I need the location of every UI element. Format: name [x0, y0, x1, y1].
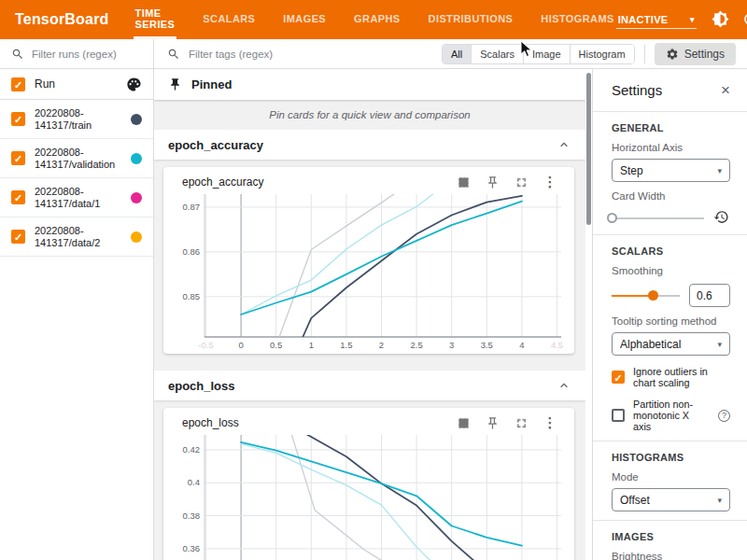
smoothing-value-input[interactable]	[689, 284, 730, 307]
tab-distributions[interactable]: DISTRIBUTIONS	[427, 0, 515, 39]
more-options-icon[interactable]: ⋮	[543, 415, 557, 430]
chevron-up-icon[interactable]	[557, 137, 571, 152]
fullscreen-icon[interactable]	[514, 415, 529, 430]
tab-images[interactable]: IMAGES	[281, 0, 328, 39]
section-title: epoch_loss	[168, 379, 235, 393]
section-title: epoch_accuracy	[168, 138, 263, 152]
chevron-down-icon: ▾	[690, 15, 695, 24]
ignore-outliers-checkbox[interactable]: ✓	[612, 371, 625, 384]
chevron-up-icon[interactable]	[557, 378, 571, 393]
partition-x-label: Partition non-monotonic X axis	[633, 399, 710, 432]
run-checkbox-data-1[interactable]: ✓	[11, 190, 25, 204]
divider	[593, 520, 747, 521]
divider	[593, 234, 747, 235]
histogram-mode-select[interactable]: Offset ▾	[612, 488, 730, 511]
reload-status-select[interactable]: INACTIVE ▾	[616, 11, 697, 29]
settings-button[interactable]: Settings	[655, 43, 736, 65]
section-epoch-loss[interactable]: epoch_loss	[154, 371, 585, 400]
slider-thumb[interactable]	[648, 290, 658, 301]
svg-text:0.36: 0.36	[183, 543, 201, 553]
reset-icon[interactable]	[713, 209, 730, 226]
tag-type-filter-group: All Scalars Image Histogram	[442, 44, 635, 64]
refresh-icon[interactable]	[741, 10, 747, 29]
svg-text:0.87: 0.87	[183, 202, 201, 212]
run-label: 20220808-141317/validation	[35, 147, 131, 171]
fit-to-data-icon[interactable]	[456, 175, 471, 189]
run-row-train: ✓ 20220808-141317/train	[0, 100, 153, 139]
app-header: TensorBoard TIME SERIES SCALARS IMAGES G…	[0, 0, 747, 39]
tensorboard-app: TensorBoard TIME SERIES SCALARS IMAGES G…	[0, 0, 747, 560]
pinned-empty-hint: Pin cards for a quick view and compariso…	[154, 100, 585, 130]
search-icon	[11, 48, 24, 61]
card-width-slider[interactable]	[612, 212, 704, 224]
pinned-header: Pinned	[154, 69, 585, 100]
run-row-validation: ✓ 20220808-141317/validation	[0, 139, 153, 178]
tab-graphs[interactable]: GRAPHS	[352, 0, 402, 39]
palette-icon[interactable]	[126, 77, 142, 92]
tooltip-sort-select[interactable]: Alphabetical ▾	[612, 332, 730, 356]
cards-area: Pinned Pin cards for a quick view and co…	[154, 69, 585, 560]
run-checkbox-train[interactable]: ✓	[11, 112, 25, 126]
filter-tags-input[interactable]	[189, 49, 375, 60]
filter-image-button[interactable]: Image	[523, 45, 570, 63]
fullscreen-icon[interactable]	[514, 175, 529, 189]
toolbar-divider	[644, 45, 645, 63]
pin-icon[interactable]	[485, 415, 500, 430]
filter-scalars-button[interactable]: Scalars	[471, 45, 523, 63]
check-icon: ✓	[13, 153, 23, 164]
tab-time-series[interactable]: TIME SERIES	[134, 0, 177, 39]
partition-x-checkbox[interactable]: ✓	[612, 409, 625, 422]
check-icon: ✓	[13, 192, 23, 203]
epoch-loss-chart[interactable]: 0.360.380.40.4200.511.522.533.54	[171, 432, 567, 560]
card-title: epoch_accuracy	[182, 175, 456, 189]
select-all-runs-checkbox[interactable]: ✓	[11, 77, 25, 91]
ignore-outliers-row: ✓ Ignore outliers in chart scaling	[612, 366, 730, 388]
theme-toggle-icon[interactable]	[712, 10, 729, 29]
settings-panel: Settings × GENERAL Horizontal Axis Step …	[592, 69, 747, 560]
filter-histogram-button[interactable]: Histogram	[570, 45, 634, 63]
content-scrollbar	[585, 69, 592, 560]
chevron-down-icon: ▾	[717, 166, 722, 175]
fit-to-data-icon[interactable]	[456, 415, 471, 430]
run-label: 20220808-141317/data/1	[35, 186, 131, 210]
svg-text:0.38: 0.38	[183, 511, 201, 521]
close-icon[interactable]: ×	[721, 82, 730, 98]
svg-text:0.5: 0.5	[270, 340, 282, 350]
card-actions: ⋮	[456, 175, 557, 189]
chevron-down-icon: ▾	[717, 340, 722, 349]
ignore-outliers-label: Ignore outliers in chart scaling	[633, 366, 730, 388]
run-color-dot	[131, 153, 142, 164]
help-icon[interactable]: ?	[718, 410, 730, 422]
general-heading: GENERAL	[612, 122, 730, 133]
horizontal-axis-value: Step	[620, 164, 643, 177]
scrollbar-thumb[interactable]	[586, 73, 591, 225]
run-checkbox-validation[interactable]: ✓	[11, 151, 25, 165]
run-color-dot	[131, 231, 142, 243]
scalars-heading: SCALARS	[612, 245, 730, 257]
divider	[593, 441, 747, 441]
horizontal-axis-label: Horizontal Axis	[612, 142, 730, 153]
tab-histograms[interactable]: HISTOGRAMS	[539, 0, 615, 39]
gear-icon	[666, 48, 679, 61]
pinned-label: Pinned	[191, 77, 232, 91]
horizontal-axis-select[interactable]: Step ▾	[612, 159, 730, 182]
pin-icon[interactable]	[485, 175, 500, 189]
svg-text:0.85: 0.85	[183, 291, 201, 301]
filter-runs-input[interactable]	[32, 49, 134, 60]
tags-toolbar: All Scalars Image Histogram Settings	[154, 39, 747, 69]
run-color-dot	[131, 114, 142, 125]
slider-thumb[interactable]	[607, 213, 617, 223]
svg-text:-0.5: -0.5	[198, 340, 213, 350]
filter-all-button[interactable]: All	[443, 45, 471, 63]
svg-text:1.5: 1.5	[340, 340, 352, 350]
svg-text:4.5: 4.5	[551, 340, 563, 350]
section-epoch-accuracy[interactable]: epoch_accuracy	[154, 130, 585, 160]
nav-tabs: TIME SERIES SCALARS IMAGES GRAPHS DISTRI…	[134, 0, 616, 39]
epoch-accuracy-chart[interactable]: 0.850.860.8700.511.522.533.54-0.54.5	[171, 191, 567, 352]
card-epoch-accuracy: epoch_accuracy ⋮ 0.850.860.8700.511.522.…	[163, 167, 574, 354]
tooltip-sort-label: Tooltip sorting method	[612, 315, 730, 327]
more-options-icon[interactable]: ⋮	[543, 175, 557, 189]
tab-scalars[interactable]: SCALARS	[201, 0, 257, 39]
run-checkbox-data-2[interactable]: ✓	[11, 230, 25, 244]
smoothing-slider[interactable]	[612, 289, 680, 301]
